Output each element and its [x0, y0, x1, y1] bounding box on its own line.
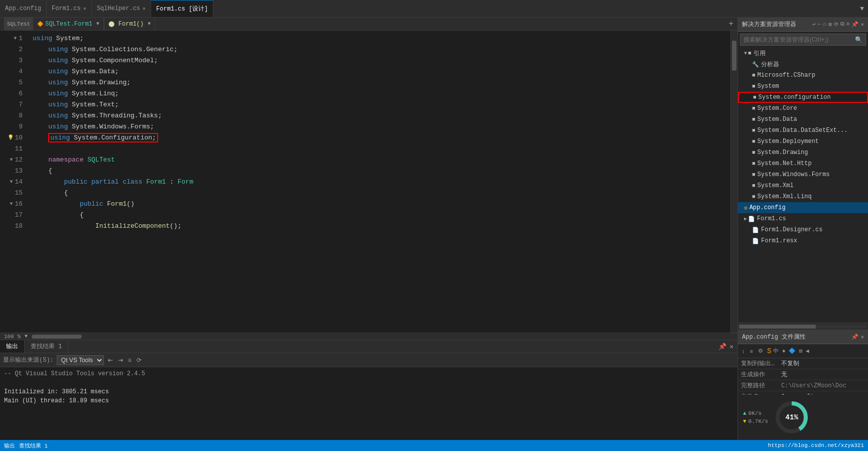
tab-scroll-arrow[interactable]: ▼ [856, 5, 868, 13]
add-button[interactable]: + [724, 20, 737, 29]
props-close-icon[interactable]: ✕ [860, 334, 864, 340]
refresh-icon[interactable]: ⟳ [834, 21, 838, 28]
tree-item-system-windows-forms[interactable]: ■ System.Windows.Forms [738, 169, 868, 180]
tab-form1-cs[interactable]: Form1.cs ✕ [47, 0, 92, 17]
props-val-path: C:\Users\ZMoon\Doc [778, 382, 868, 389]
tree-item-system-xml-linq[interactable]: ■ System.Xml.Linq [738, 191, 868, 202]
tree-item-system-net-http[interactable]: ■ System.Net.Http [738, 158, 868, 169]
solution-search-input[interactable] [743, 36, 855, 43]
output-source-select[interactable]: Qt VS Tools [57, 355, 104, 365]
props-pin-icon[interactable]: 📌 [851, 334, 858, 340]
props-settings-icon[interactable]: ⚙ [756, 347, 765, 355]
sync-icon[interactable]: ↩ [812, 21, 816, 28]
asm-icon4: ■ [752, 105, 756, 111]
pin2-icon[interactable]: 📌 [851, 21, 858, 28]
expand-icon[interactable]: ⧉ [840, 21, 844, 28]
scroll-track[interactable] [30, 335, 737, 339]
code-line-13: { [28, 165, 730, 176]
tree-item-system[interactable]: ■ System [738, 81, 868, 92]
namespace-icon: 🔶 [37, 21, 43, 27]
tree-item-app-config[interactable]: ⚙ App.config [738, 202, 868, 213]
ms-csharp-label: Microsoft.CSharp [758, 72, 815, 79]
tab-label: Form1.cs [设计] [156, 5, 208, 13]
tree-item-system-core[interactable]: ■ System.Core [738, 103, 868, 114]
nav-icon[interactable]: ⊞ [828, 21, 832, 28]
output-toolbar: 显示输出来源(S): Qt VS Tools ⇤ ⇥ ≡ ⟳ [0, 353, 737, 367]
tree-item-ms-csharp[interactable]: ■ Microsoft.CSharp [738, 70, 868, 81]
vertical-scrollbar[interactable] [730, 31, 737, 333]
output-btn-3[interactable]: ≡ [127, 356, 133, 365]
tab-output[interactable]: 输出 [0, 340, 25, 353]
properties-panel: App.config 文件属性 📌 ✕ ↕ ≡ ⚙ S 中 ♦ 🔷 ⊞ ◀ [738, 330, 868, 440]
namespace-selector[interactable]: SQLTest 🔶 SQLTest.Form1 ▼ [0, 18, 104, 30]
tree-item-system-data[interactable]: ■ System.Data [738, 114, 868, 125]
pin-icon[interactable]: 📌 [718, 343, 726, 351]
line-num-4: 4 [0, 66, 23, 77]
tree-item-references[interactable]: ▼ ■ 引用 [738, 48, 868, 59]
search-icon[interactable]: 🔍 [855, 36, 862, 44]
horizontal-scrollbar[interactable]: 108 % ▼ [0, 333, 737, 340]
system-label: System [758, 83, 779, 90]
bottom-tab-icons: 📌 ✕ [714, 343, 737, 351]
tree-item-system-configuration[interactable]: ■ System.configuration [738, 92, 868, 103]
analyzer-icon: 🔧 [752, 61, 759, 68]
status-find-results[interactable]: 查找结果 1 [19, 442, 48, 449]
tab-app-config[interactable]: App.config [0, 0, 47, 17]
tree-item-system-deployment[interactable]: ■ System.Deployment [738, 136, 868, 147]
method-icon: ⬤ [108, 21, 114, 27]
properties-subtitle: App.config 文件属性 [742, 334, 806, 341]
zoom-icon: ▼ [25, 334, 30, 339]
home-icon[interactable]: ⌂ [823, 21, 827, 28]
output-line-2: Initialized in: 3805.21 msecs [4, 387, 733, 396]
line-num-9: 9 [0, 121, 23, 132]
back-icon[interactable]: ← [818, 21, 821, 28]
tab-sqlhelper-cs[interactable]: SqlHelper.cs ✕ [92, 0, 151, 17]
properties-header: App.config 文件属性 📌 ✕ [738, 330, 868, 344]
status-output[interactable]: 输出 [4, 442, 15, 449]
props-sort-btn[interactable]: ↕ [740, 347, 747, 355]
tree-item-system-xml[interactable]: ■ System.Xml [738, 180, 868, 191]
system-core-label: System.Core [758, 105, 797, 112]
tab-close-icon[interactable]: ✕ [143, 6, 146, 12]
output-btn-1[interactable]: ⇤ [107, 356, 114, 365]
output-btn-4[interactable]: ⟳ [136, 356, 143, 365]
tree-item-form1-resx[interactable]: 📄 Form1.resx [738, 235, 868, 246]
props-key-copy: 复制到输出目录 [738, 359, 778, 368]
asm-icon: ■ [752, 72, 756, 78]
props-category-btn[interactable]: ≡ [748, 347, 755, 355]
props-key-build: 生成操作 [738, 370, 778, 379]
gauge-stats: ▲ 0K/s ▼ 0.7K/s [743, 410, 768, 424]
system-drawing-label: System.Drawing [758, 149, 808, 156]
tree-item-form1-designer[interactable]: 📄 Form1.Designer.cs [738, 224, 868, 235]
bottom-area: 输出 查找结果 1 📌 ✕ 显示输出来源(S): Qt VS Tools [0, 340, 737, 440]
system-configuration-label: System.configuration [759, 94, 831, 101]
tab-find-results[interactable]: 查找结果 1 [25, 340, 68, 353]
code-content[interactable]: using System; using System.Collections.G… [28, 31, 730, 333]
tab-form1-design[interactable]: Form1.cs [设计] [151, 0, 213, 17]
tab-close-icon[interactable]: ✕ [83, 6, 86, 12]
tree-hscroll[interactable] [738, 323, 868, 330]
close2-icon[interactable]: ✕ [860, 21, 864, 28]
status-bar-left: 输出 查找结果 1 [0, 442, 52, 449]
gauge-stat-1-label: 0K/s [749, 410, 762, 416]
method-selector[interactable]: ⬤ Form1() ▼ [104, 18, 155, 30]
solution-search-box[interactable]: 🔍 [740, 34, 866, 46]
app-config-label: App.config [750, 204, 786, 211]
tree-item-analyzer[interactable]: 🔧 分析器 [738, 59, 868, 70]
status-bar: 输出 查找结果 1 https://blog.csdn.net/xzya321 [0, 440, 868, 451]
close-panel-icon[interactable]: ✕ [729, 343, 733, 351]
designer-file-icon: 📄 [752, 227, 759, 233]
method-arrow-icon: ▼ [148, 21, 151, 27]
system-data-dataset-label: System.Data.DataSetExt... [758, 127, 848, 134]
scroll-thumb[interactable] [32, 335, 82, 339]
output-tab-label: 输出 [6, 342, 18, 351]
tree-item-form1-cs[interactable]: ▶ 📄 Form1.cs [738, 213, 868, 224]
collapse-icon[interactable]: ≡ [846, 21, 850, 28]
code-line-11 [28, 143, 730, 154]
tree-item-system-data-dataset[interactable]: ■ System.Data.DataSetExt... [738, 125, 868, 136]
solution-tree[interactable]: ▼ ■ 引用 🔧 分析器 ■ Microsoft.CSharp ■ [738, 48, 868, 323]
tree-item-system-drawing[interactable]: ■ System.Drawing [738, 147, 868, 158]
gauge-widget: ▲ 0K/s ▼ 0.7K/s [738, 395, 868, 440]
line-num-12: ▼12 [0, 154, 23, 165]
output-btn-2[interactable]: ⇥ [117, 356, 124, 365]
